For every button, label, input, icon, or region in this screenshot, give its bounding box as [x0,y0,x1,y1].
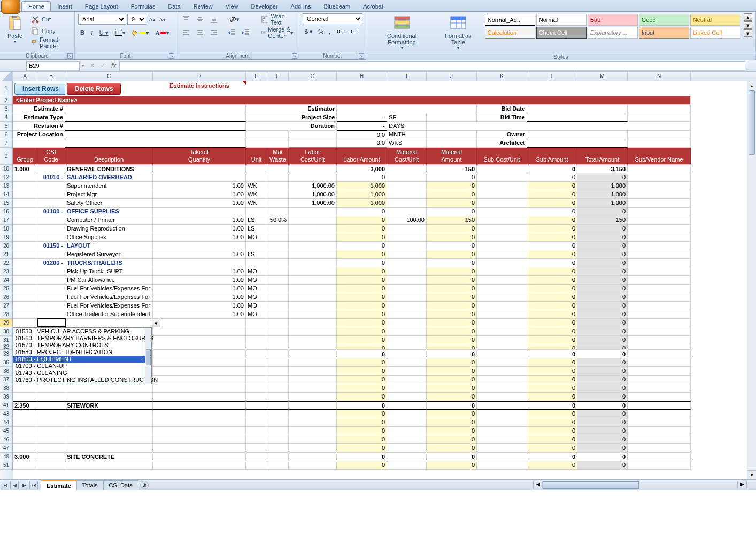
font-size-select[interactable]: 9 [127,14,146,25]
align-center-button[interactable] [194,27,206,39]
row-header-26[interactable]: 26 [0,293,13,302]
styles-more-button[interactable]: ▾ [744,29,752,37]
row-header-36[interactable]: 36 [0,367,13,376]
row-header-25[interactable]: 25 [0,285,13,293]
align-left-button[interactable] [180,27,192,39]
format-painter-button[interactable]: Format Painter [29,37,71,49]
italic-button[interactable]: I [89,27,95,39]
col-header-N[interactable]: N [628,72,691,81]
row-header-21[interactable]: 21 [0,250,13,259]
align-right-button[interactable] [207,27,220,39]
col-header-E[interactable]: E [246,72,267,81]
row-header-1[interactable]: 1 [0,81,13,96]
clipboard-dialog-launcher[interactable]: ↘ [67,53,73,59]
ribbon-tab-view[interactable]: View [219,2,245,11]
align-bottom-button[interactable] [207,13,220,25]
ribbon-tab-home[interactable]: Home [21,1,51,11]
underline-button[interactable]: U ▾ [97,27,111,39]
ribbon-tab-data[interactable]: Data [161,2,187,11]
row-header-47[interactable]: 47 [0,444,13,453]
alignment-dialog-launcher[interactable]: ↘ [292,53,297,59]
increase-indent-button[interactable] [240,27,252,39]
row-header-13[interactable]: 13 [0,182,13,190]
row-header-28[interactable]: 28 [0,310,13,319]
col-header-F[interactable]: F [267,72,289,81]
sheet-nav-next[interactable]: ▶ [20,481,28,489]
row-header-10[interactable]: 10 [0,165,13,173]
accounting-format-button[interactable]: $ ▾ [303,26,315,37]
align-top-button[interactable] [180,13,192,25]
ribbon-tab-page-layout[interactable]: Page Layout [79,2,125,11]
row-header-31[interactable]: 31 [0,336,13,344]
row-header-27[interactable]: 27 [0,302,13,310]
cut-button[interactable]: Cut [29,13,71,25]
row-header-16[interactable]: 16 [0,208,13,216]
cell-style-checkcell[interactable]: Check Cell [536,27,587,39]
merge-center-button[interactable]: Merge & Center ▾ [259,27,296,39]
dropdown-item-6[interactable]: 01740 - CLEANING [13,370,151,377]
cell-style-linkedcell[interactable]: Linked Cell [690,27,740,39]
font-name-select[interactable]: Arial [78,14,126,25]
csi-dropdown-handle[interactable]: ▾ [152,319,160,327]
row-headers[interactable]: 1234567910121314151617181920212223242526… [0,81,13,479]
row-header-51[interactable]: 51 [0,461,13,470]
cell-style-calculation[interactable]: Calculation [485,27,535,39]
row-header-14[interactable]: 14 [0,190,13,199]
row-header-7[interactable]: 7 [0,139,13,148]
column-headers[interactable]: ABCDEFGHIJKLMN [0,72,756,81]
col-header-K[interactable]: K [477,72,527,81]
row-header-6[interactable]: 6 [0,131,13,139]
ribbon-tab-bluebeam[interactable]: Bluebeam [318,2,357,11]
decrease-indent-button[interactable] [226,27,238,39]
csi-dropdown-list[interactable]: 01550 - VEHICULAR ACCESS & PARKING01560 … [13,327,152,384]
grow-font-button[interactable]: A▴ [148,13,157,25]
percent-format-button[interactable]: % [316,26,326,37]
row-header-30[interactable]: 30 [0,327,13,336]
row-header-37[interactable]: 37 [0,376,13,384]
dropdown-item-4[interactable]: 01600 - EQUIPMENT [13,356,151,363]
col-header-select-all[interactable] [0,72,13,81]
row-header-43[interactable]: 43 [0,410,13,418]
spreadsheet-grid[interactable]: Insert RowsDelete RowsEstimate Instructi… [13,81,756,479]
border-button[interactable]: ▾ [113,27,128,39]
ribbon-tab-review[interactable]: Review [187,2,219,11]
sheet-tab-estimate[interactable]: Estimate [41,480,77,490]
row-header-20[interactable]: 20 [0,242,13,250]
increase-decimal-button[interactable]: .0 [334,26,346,37]
cell-style-normal[interactable]: Normal [536,14,587,26]
dropdown-item-5[interactable]: 01700 - CLEAN-UP [13,363,151,370]
formula-bar[interactable] [119,61,745,71]
row-header-22[interactable]: 22 [0,259,13,267]
col-header-J[interactable]: J [427,72,477,81]
vertical-scrollbar[interactable]: ▴ ▾ [747,81,756,479]
row-header-24[interactable]: 24 [0,276,13,285]
font-dialog-launcher[interactable]: ↘ [169,53,174,59]
styles-scroll-up[interactable]: ▴ [744,13,752,21]
copy-button[interactable]: Copy [29,25,71,37]
row-header-33[interactable]: 33 [0,350,13,358]
row-header-18[interactable]: 18 [0,225,13,233]
ribbon-tab-add-ins[interactable]: Add-Ins [284,2,318,11]
horizontal-scrollbar[interactable]: ◀ ▶ [533,481,747,489]
align-middle-button[interactable] [194,13,206,25]
row-header-2[interactable]: 2 [0,96,13,105]
row-header-9[interactable]: 9 [0,148,13,165]
number-format-select[interactable]: General [303,13,362,24]
font-color-button[interactable]: A▾ [153,27,172,39]
name-box[interactable] [26,61,80,71]
row-header-29[interactable]: 29 [0,319,13,327]
col-header-G[interactable]: G [289,72,337,81]
cell-style-explanatory[interactable]: Explanatory ... [588,27,638,39]
row-header-38[interactable]: 38 [0,384,13,393]
col-header-B[interactable]: B [37,72,65,81]
cell-style-neutral[interactable]: Neutral [690,14,740,26]
col-header-M[interactable]: M [577,72,628,81]
row-header-45[interactable]: 45 [0,427,13,435]
decrease-decimal-button[interactable]: .00 [348,26,360,37]
row-header-19[interactable]: 19 [0,233,13,242]
col-header-L[interactable]: L [527,72,577,81]
dropdown-item-0[interactable]: 01550 - VEHICULAR ACCESS & PARKING [13,328,151,335]
comma-format-button[interactable]: , [327,26,333,37]
shrink-font-button[interactable]: A▾ [158,13,167,25]
estimate-instructions-link[interactable]: Estimate Instructions [153,81,246,96]
